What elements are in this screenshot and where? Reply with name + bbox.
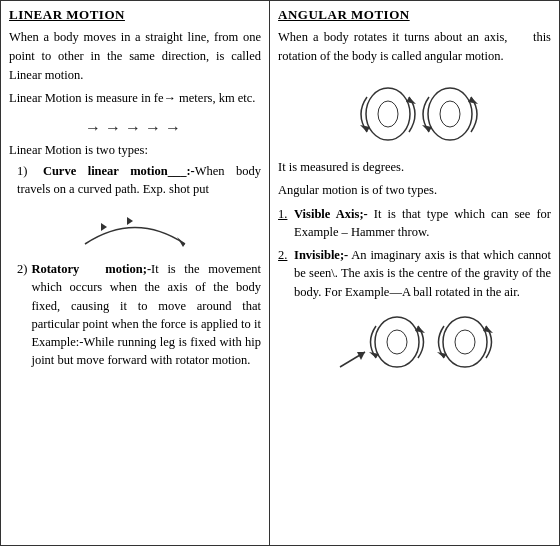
left-intro: When a body moves in a straight line, fr… bbox=[9, 28, 261, 84]
right-item-1: 1. Visible Axis;- It is that type which … bbox=[278, 205, 551, 241]
right-item2-num: 2. bbox=[278, 246, 294, 264]
svg-marker-1 bbox=[127, 217, 133, 225]
left-measure: Linear Motion is measure in fe→ meters, … bbox=[9, 89, 261, 108]
right-column: ANGULAR MOTION When a body rotates it tu… bbox=[270, 1, 559, 545]
svg-point-17 bbox=[443, 317, 487, 367]
svg-point-4 bbox=[378, 101, 398, 127]
right-list: 1. Visible Axis;- It is that type which … bbox=[278, 205, 551, 306]
right-item-2: 2. Invisible;- An imaginary axis is that… bbox=[278, 246, 551, 300]
arrows-diagram: → → → → → bbox=[9, 119, 261, 137]
main-container: LINEAR MOTION When a body moves in a str… bbox=[0, 0, 560, 546]
svg-point-8 bbox=[440, 101, 460, 127]
curve-arrow-diagram bbox=[9, 209, 261, 254]
left-header: LINEAR MOTION bbox=[9, 7, 261, 23]
bottom-diagram bbox=[278, 312, 551, 377]
left-column: LINEAR MOTION When a body moves in a str… bbox=[1, 1, 270, 545]
right-types-label: Angular motion is of two types. bbox=[278, 181, 551, 200]
right-item1-label: Visible Axis;- bbox=[294, 207, 368, 221]
right-item1-num: 1. bbox=[278, 205, 294, 223]
types-label: Linear Motion is two types: bbox=[9, 143, 261, 158]
svg-point-14 bbox=[387, 330, 407, 354]
svg-point-18 bbox=[455, 330, 475, 354]
left-item2-label: Rotatory motion;- bbox=[31, 262, 151, 276]
svg-marker-0 bbox=[177, 237, 185, 247]
svg-marker-2 bbox=[101, 223, 107, 231]
right-header: ANGULAR MOTION bbox=[278, 7, 551, 23]
svg-point-3 bbox=[366, 88, 410, 140]
right-item1-content: Visible Axis;- It is that type which can… bbox=[294, 205, 551, 241]
left-item2-text: It is the movement which occurs when the… bbox=[31, 262, 261, 367]
angular-motion-diagram bbox=[278, 77, 551, 152]
right-item2-label: Invisible;- bbox=[294, 248, 348, 262]
svg-point-13 bbox=[375, 317, 419, 367]
left-item1-label: Curve linear motion___:- bbox=[43, 164, 195, 178]
left-item-2: 2) Rotatory motion;-It is the movement w… bbox=[17, 260, 261, 369]
left-item-1: 1) Curve linear motion___:-When body tra… bbox=[17, 162, 261, 198]
right-item2-content: Invisible;- An imaginary axis is that wh… bbox=[294, 246, 551, 300]
right-intro: When a body rotates it turns about an ax… bbox=[278, 28, 551, 66]
right-measured: It is measured is degrees. bbox=[278, 158, 551, 177]
svg-point-7 bbox=[428, 88, 472, 140]
